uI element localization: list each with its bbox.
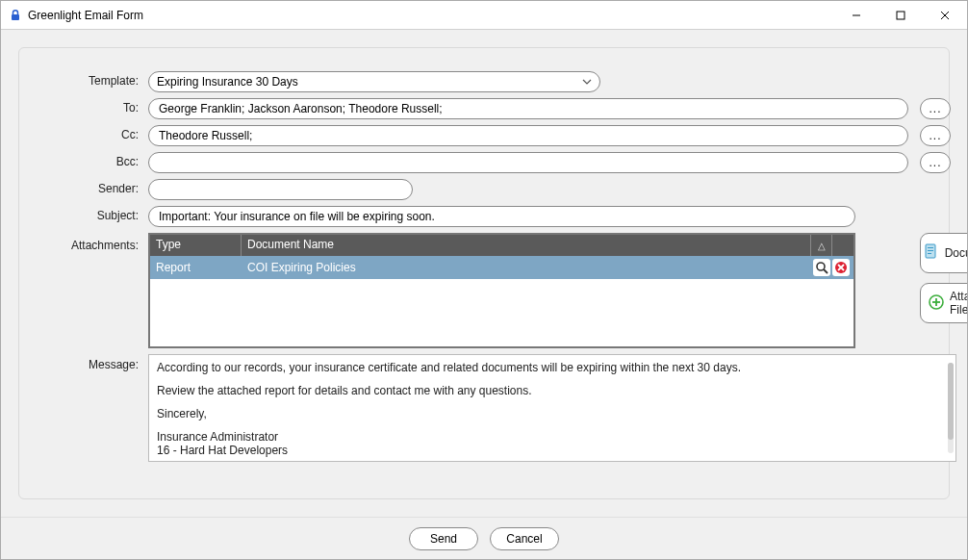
table-row[interactable]: Report COI Expiring Policies — [150, 256, 853, 279]
message-textarea[interactable]: According to our records, your insurance… — [148, 354, 956, 462]
column-type-header[interactable]: Type — [150, 235, 242, 256]
preview-icon[interactable] — [813, 259, 830, 276]
scrollbar[interactable] — [948, 363, 954, 453]
minimize-button[interactable] — [834, 1, 879, 29]
scrollbar-thumb[interactable] — [948, 363, 954, 440]
bcc-label: Bcc: — [38, 152, 144, 168]
svg-rect-13 — [928, 253, 931, 254]
documents-label: Documents — [945, 246, 968, 260]
template-label: Template: — [38, 71, 144, 88]
cc-field[interactable] — [148, 125, 908, 146]
bcc-field[interactable] — [148, 152, 908, 173]
cc-browse-button[interactable]: ... — [920, 125, 951, 146]
sender-label: Sender: — [38, 179, 144, 195]
cc-label: Cc: — [38, 125, 144, 141]
sender-field[interactable] — [148, 179, 413, 200]
svg-rect-2 — [897, 12, 904, 19]
title-bar: Greenlight Email Form — [1, 1, 967, 30]
svg-point-5 — [817, 263, 825, 270]
template-select[interactable]: Expiring Insurance 30 Days — [148, 71, 600, 92]
message-line: Review the attached report for details a… — [157, 384, 948, 397]
lock-icon — [9, 9, 22, 22]
svg-rect-12 — [928, 250, 933, 251]
column-name-header[interactable]: Document Name — [242, 235, 811, 256]
to-field[interactable] — [148, 98, 908, 119]
documents-button[interactable]: Documents — [920, 233, 968, 273]
window-title: Greenlight Email Form — [28, 9, 143, 22]
message-label: Message: — [38, 354, 144, 371]
cancel-button[interactable]: Cancel — [490, 527, 559, 550]
sort-indicator-icon: △ — [811, 235, 832, 256]
subject-label: Subject: — [38, 206, 144, 222]
svg-line-6 — [824, 269, 828, 273]
footer: Send Cancel — [1, 517, 967, 559]
message-line: According to our records, your insurance… — [157, 361, 948, 374]
maximize-button[interactable] — [879, 1, 923, 29]
svg-rect-0 — [12, 14, 19, 20]
to-label: To: — [38, 98, 144, 115]
form-panel: Template: Expiring Insurance 30 Days To:… — [18, 47, 950, 499]
row-type: Report — [150, 261, 242, 274]
close-button[interactable] — [923, 1, 967, 29]
subject-field[interactable] — [148, 206, 855, 227]
send-button[interactable]: Send — [409, 527, 478, 550]
documents-icon — [924, 243, 939, 264]
attach-file-label: Attach File — [950, 290, 968, 317]
attachments-label: Attachments: — [38, 233, 144, 252]
remove-icon[interactable] — [832, 259, 850, 276]
attachments-table: Type Document Name △ Report COI Expiring… — [148, 233, 855, 348]
to-browse-button[interactable]: ... — [920, 98, 951, 119]
attach-file-button[interactable]: Attach File — [920, 283, 968, 323]
message-line: 16 - Hard Hat Developers — [157, 444, 948, 457]
row-name: COI Expiring Policies — [242, 261, 813, 274]
message-line: Sincerely, — [157, 407, 948, 420]
message-line: Insurance Administrator — [157, 430, 948, 444]
plus-icon — [929, 294, 944, 313]
bcc-browse-button[interactable]: ... — [920, 152, 951, 173]
attachments-header: Type Document Name △ — [150, 235, 853, 256]
svg-rect-11 — [928, 247, 933, 248]
